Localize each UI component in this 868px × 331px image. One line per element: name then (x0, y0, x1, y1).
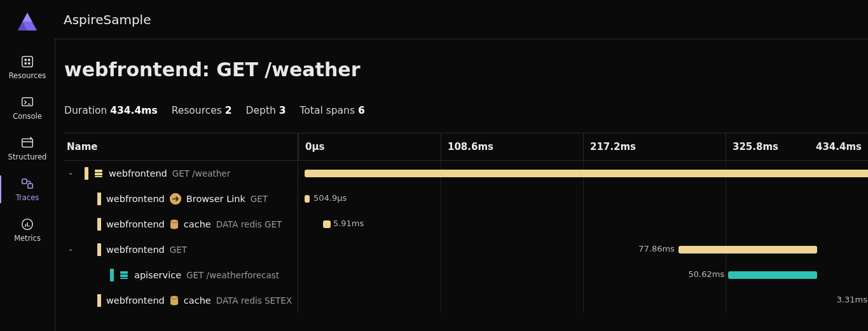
span-duration-label: 5.91ms (333, 219, 364, 228)
span-operation: Browser Link (186, 194, 245, 204)
svg-point-7 (29, 63, 30, 64)
span-timeline-cell: 504.9µs (298, 186, 868, 212)
span-duration-label: 504.9µs (313, 193, 347, 203)
span-row[interactable]: apiserviceGET /weatherforecast50.62ms (64, 262, 868, 288)
span-timeline-cell: 77.86ms (298, 237, 868, 262)
nav-label: Structured (8, 152, 47, 161)
span-timeline-cell: 50.62ms (298, 262, 868, 288)
span-color-marker (97, 218, 101, 231)
app-name: AspireSample (64, 12, 151, 27)
nav-structured[interactable]: Structured (0, 128, 55, 169)
database-icon (170, 219, 179, 229)
outgoing-arrow-icon (170, 193, 181, 205)
content: webfrontend: GET /weather Duration 434.4… (55, 39, 868, 331)
service-icon (93, 168, 104, 179)
span-service: webfrontend (106, 194, 165, 204)
span-detail: DATA redis GET (216, 219, 282, 229)
span-name-cell: webfrontendcacheDATA redis SETEX (64, 288, 298, 313)
nav-resources[interactable]: Resources (0, 47, 55, 88)
span-row[interactable]: -webfrontendGET77.86ms (64, 237, 868, 262)
svg-point-5 (29, 59, 30, 60)
column-header-name: Name (64, 133, 298, 160)
svg-rect-3 (22, 57, 33, 67)
svg-rect-8 (22, 98, 33, 106)
span-duration-bar[interactable] (679, 246, 818, 253)
span-operation: cache (184, 295, 211, 306)
nav-label: Console (13, 112, 42, 121)
svg-rect-15 (95, 176, 102, 177)
span-color-marker (97, 294, 101, 307)
span-color-marker (97, 193, 101, 205)
svg-rect-19 (120, 271, 128, 274)
nav-label: Traces (16, 193, 39, 202)
span-name-cell: webfrontendcacheDATA redis GET (64, 212, 298, 237)
main: AspireSample webfrontend: GET /weather D… (55, 0, 868, 331)
span-timeline-cell: 5.91ms (298, 212, 868, 237)
span-name-cell: -webfrontendGET (64, 237, 298, 262)
topbar: AspireSample (55, 0, 868, 39)
span-row[interactable]: webfrontendBrowser LinkGET504.9µs (64, 186, 868, 212)
nav-metrics[interactable]: Metrics (0, 210, 55, 250)
database-icon (170, 295, 179, 306)
span-service: webfrontend (106, 295, 165, 306)
summary-duration: Duration 434.4ms (64, 105, 158, 116)
console-icon (20, 95, 34, 109)
span-service: webfrontend (106, 219, 165, 229)
svg-rect-14 (95, 173, 102, 175)
span-duration-label: 77.86ms (638, 244, 675, 253)
span-duration-bar[interactable] (305, 195, 310, 203)
page-title: webfrontend: GET /weather (64, 58, 868, 81)
svg-rect-9 (22, 139, 33, 147)
span-color-marker (97, 243, 101, 256)
span-duration-bar[interactable] (305, 170, 868, 177)
timeline-tick: 325.8ms (726, 133, 778, 160)
span-service: webfrontend (109, 168, 167, 179)
span-row[interactable]: webfrontendcacheDATA redis SETEX3.31ms (64, 288, 868, 313)
span-operation: GET (170, 245, 187, 255)
span-name-cell: webfrontendBrowser LinkGET (64, 186, 298, 212)
trace-table: Name 0µs108.6ms217.2ms325.8ms434.4ms -we… (64, 133, 868, 313)
trace-summary: Duration 434.4ms Resources 2 Depth 3 Tot… (64, 105, 868, 116)
summary-resources: Resources 2 (172, 105, 232, 116)
svg-rect-10 (22, 179, 27, 184)
nav-label: Metrics (14, 234, 41, 243)
timeline-tick: 0µs (298, 133, 324, 160)
svg-point-6 (25, 63, 26, 64)
resources-icon (20, 55, 34, 69)
svg-marker-1 (23, 13, 32, 22)
span-operation: GET /weatherforecast (186, 270, 279, 280)
span-operation: cache (184, 219, 211, 229)
tree-expander-icon[interactable]: - (67, 245, 74, 255)
span-service: apiservice (134, 270, 181, 280)
span-timeline-cell: 3.31ms (298, 288, 868, 313)
span-duration-bar[interactable] (323, 220, 331, 228)
span-operation: GET /weather (172, 168, 230, 179)
app-logo-icon (17, 11, 38, 33)
nav-console[interactable]: Console (0, 88, 55, 128)
span-detail: GET (251, 194, 268, 204)
timeline-tick: 108.6ms (441, 133, 493, 160)
traces-icon (20, 177, 34, 191)
summary-depth: Depth 3 (246, 105, 286, 116)
nav-label: Resources (9, 71, 46, 80)
span-name-cell: -webfrontendGET /weather (64, 161, 298, 186)
span-timeline-cell (298, 161, 868, 186)
span-service: webfrontend (106, 245, 165, 255)
span-duration-bar[interactable] (728, 271, 817, 279)
structured-icon (20, 136, 34, 150)
span-row[interactable]: -webfrontendGET /weather (64, 161, 868, 186)
svg-point-4 (25, 59, 26, 60)
svg-rect-20 (120, 274, 128, 277)
nav-traces[interactable]: Traces (0, 169, 55, 210)
trace-header: Name 0µs108.6ms217.2ms325.8ms434.4ms (64, 133, 868, 161)
span-duration-label: 3.31ms (837, 295, 867, 304)
span-row[interactable]: webfrontendcacheDATA redis GET5.91ms (64, 212, 868, 237)
span-duration-label: 50.62ms (689, 269, 725, 279)
trace-body: -webfrontendGET /weatherwebfrontendBrows… (64, 161, 868, 313)
service-icon (119, 270, 129, 280)
tree-expander-icon[interactable]: - (67, 168, 74, 179)
column-header-timeline: 0µs108.6ms217.2ms325.8ms434.4ms (298, 133, 868, 160)
summary-total-spans: Total spans 6 (300, 105, 365, 116)
span-detail: DATA redis SETEX (216, 295, 292, 306)
svg-rect-11 (28, 184, 32, 188)
